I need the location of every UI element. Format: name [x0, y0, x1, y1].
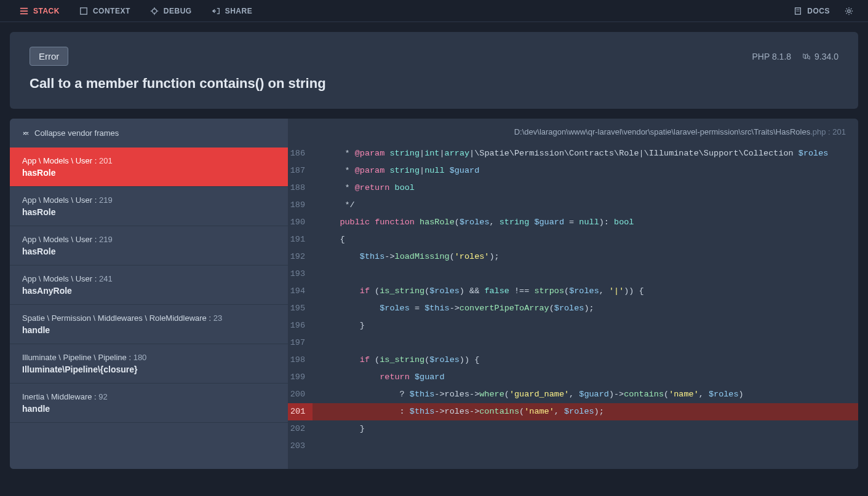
nav-settings-button[interactable] — [840, 7, 858, 15]
nav-tab-share[interactable]: SHARE — [202, 7, 263, 15]
frame-method: hasAnyRole — [22, 286, 276, 296]
code-line: 187 * @param string|null $guard — [288, 162, 858, 179]
frame-method: hasRole — [22, 168, 276, 178]
line-content: : $this->roles->contains('name', $roles)… — [313, 403, 604, 420]
error-badge: Error — [30, 47, 68, 66]
stack-frame-item[interactable]: App \ Models \ User : 219hasRole — [10, 226, 288, 266]
line-content: if (is_string($roles) && false !== strpo… — [313, 283, 644, 300]
code-line: 189 */ — [288, 197, 858, 214]
frame-path: App \ Models \ User : 219 — [22, 235, 276, 244]
frame-path: Illuminate \ Pipeline \ Pipeline : 180 — [22, 353, 276, 362]
code-line: 194 if (is_string($roles) && false !== s… — [288, 283, 858, 300]
code-area[interactable]: 186 * @param string|int|array|\Spatie\Pe… — [288, 145, 858, 469]
code-line: 193 — [288, 266, 858, 283]
code-line: 195 $roles = $this->convertPipeToArray($… — [288, 300, 858, 317]
frame-method: handle — [22, 404, 276, 414]
line-content: } — [313, 317, 365, 334]
line-content — [313, 438, 320, 455]
stack-frame-item[interactable]: App \ Models \ User : 201hasRole — [10, 148, 288, 187]
line-number: 186 — [288, 145, 313, 162]
line-number: 196 — [288, 317, 313, 334]
code-line: 196 } — [288, 317, 858, 334]
error-meta: PHP 8.1.8 9.34.0 — [752, 52, 839, 61]
line-number: 202 — [288, 420, 313, 438]
line-content: * @return bool — [313, 179, 415, 197]
stack-frame-item[interactable]: Spatie \ Permission \ Middlewares \ Role… — [10, 305, 288, 344]
code-line: 202 } — [288, 420, 858, 438]
line-content: public function hasRole($roles, string $… — [313, 214, 634, 231]
line-content: ? $this->roles->where('guard_name', $gua… — [313, 386, 744, 403]
stack-frame-item[interactable]: Illuminate \ Pipeline \ Pipeline : 180Il… — [10, 344, 288, 384]
gear-icon — [845, 7, 853, 15]
stack-frame-item[interactable]: App \ Models \ User : 241hasAnyRole — [10, 266, 288, 305]
line-number: 191 — [288, 231, 313, 248]
frame-path: App \ Models \ User : 201 — [22, 156, 276, 165]
line-content: if (is_string($roles)) { — [313, 352, 479, 369]
code-line: 203 — [288, 438, 858, 455]
line-number: 198 — [288, 352, 313, 369]
frame-path: Inertia \ Middleware : 92 — [22, 392, 276, 401]
frame-method: handle — [22, 325, 276, 335]
line-content: $this->loadMissing('roles'); — [313, 248, 500, 266]
nav-tab-label: SHARE — [225, 7, 253, 15]
code-line: 186 * @param string|int|array|\Spatie\Pe… — [288, 145, 858, 162]
line-content: } — [313, 420, 365, 438]
error-card: Error PHP 8.1.8 9.34.0 Call to a member … — [10, 32, 858, 109]
php-version: PHP 8.1.8 — [752, 52, 792, 61]
line-content: return $guard — [313, 369, 445, 386]
file-path: D:\dev\laragon\www\qr-laravel\vendor\spa… — [288, 119, 858, 145]
frame-method: hasRole — [22, 207, 276, 217]
nav-tab-label: STACK — [33, 7, 60, 15]
code-line: 192 $this->loadMissing('roles'); — [288, 248, 858, 266]
code-line: 199 return $guard — [288, 369, 858, 386]
stack-frame-item[interactable]: App \ Models \ User : 219hasRole — [10, 187, 288, 226]
line-number: 189 — [288, 197, 313, 214]
nav-tab-stack[interactable]: STACK — [10, 7, 70, 15]
top-navbar: STACK CONTEXT DEBUG SHARE DOCS — [0, 0, 868, 22]
frame-method: Illuminate\Pipeline\{closure} — [22, 364, 276, 374]
frame-path: App \ Models \ User : 219 — [22, 195, 276, 205]
stack-icon — [20, 7, 28, 15]
share-icon — [212, 7, 220, 15]
collapse-vendor-button[interactable]: Collapse vendor frames — [10, 119, 288, 148]
line-content: { — [313, 231, 345, 248]
line-content: */ — [313, 197, 355, 214]
laravel-version: 9.34.0 — [802, 52, 838, 61]
svg-rect-1 — [20, 10, 28, 12]
line-number: 192 — [288, 248, 313, 266]
line-number: 187 — [288, 162, 313, 179]
nav-tab-context[interactable]: CONTEXT — [70, 7, 140, 15]
line-number: 197 — [288, 334, 313, 352]
code-line: 191 { — [288, 231, 858, 248]
svg-rect-3 — [81, 7, 87, 14]
collapse-label: Collapse vendor frames — [34, 128, 119, 138]
nav-tab-label: CONTEXT — [93, 7, 130, 15]
code-line: 198 if (is_string($roles)) { — [288, 352, 858, 369]
line-content — [313, 334, 320, 352]
line-content — [313, 266, 320, 283]
nav-docs-link[interactable]: DOCS — [784, 7, 840, 15]
frame-path: App \ Models \ User : 241 — [22, 274, 276, 283]
svg-point-12 — [848, 9, 850, 12]
frame-path: Spatie \ Permission \ Middlewares \ Role… — [22, 313, 276, 323]
frame-method: hasRole — [22, 246, 276, 256]
line-number: 201 — [288, 403, 313, 420]
error-title: Call to a member function contains() on … — [30, 76, 838, 92]
nav-docs-label: DOCS — [807, 7, 830, 15]
stack-frame-item[interactable]: Inertia \ Middleware : 92handle — [10, 384, 288, 423]
line-number: 200 — [288, 386, 313, 403]
code-line: 190 public function hasRole($roles, stri… — [288, 214, 858, 231]
code-line: 201 : $this->roles->contains('name', $ro… — [288, 403, 858, 420]
line-content: $roles = $this->convertPipeToArray($role… — [313, 300, 594, 317]
code-panel: D:\dev\laragon\www\qr-laravel\vendor\spa… — [288, 119, 858, 469]
laravel-icon — [802, 52, 811, 61]
nav-tab-label: DEBUG — [164, 7, 192, 15]
code-line: 197 — [288, 334, 858, 352]
line-number: 203 — [288, 438, 313, 455]
svg-point-4 — [152, 9, 156, 13]
line-number: 199 — [288, 369, 313, 386]
collapse-icon — [22, 130, 30, 137]
svg-rect-2 — [20, 13, 28, 14]
code-line: 188 * @return bool — [288, 179, 858, 197]
nav-tab-debug[interactable]: DEBUG — [140, 7, 202, 15]
